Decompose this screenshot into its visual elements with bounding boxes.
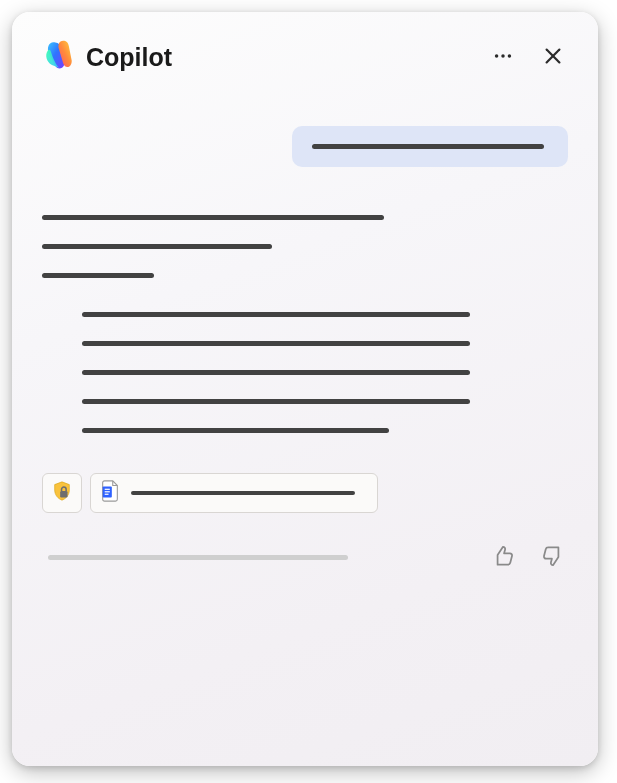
svg-point-2 — [508, 54, 511, 57]
reply-line — [82, 312, 470, 317]
svg-rect-8 — [105, 491, 110, 492]
svg-rect-7 — [105, 489, 110, 490]
user-message-text — [312, 144, 544, 149]
assistant-reply-intro — [42, 215, 568, 278]
chat-area — [42, 126, 568, 746]
reply-line — [42, 215, 384, 220]
response-footer — [42, 541, 568, 574]
like-button[interactable] — [488, 541, 518, 574]
thumbs-down-icon — [540, 543, 566, 572]
svg-point-1 — [501, 54, 504, 57]
reply-line — [82, 370, 470, 375]
reference-label — [131, 491, 355, 495]
brand: Copilot — [42, 38, 172, 76]
reference-chip-row — [42, 473, 568, 513]
document-icon — [99, 479, 121, 507]
footer-text — [48, 555, 348, 560]
svg-rect-9 — [105, 494, 109, 495]
close-icon — [542, 45, 564, 70]
reply-line — [82, 399, 470, 404]
thumbs-up-icon — [490, 543, 516, 572]
ellipsis-icon — [492, 45, 514, 70]
reply-line — [42, 244, 272, 249]
more-options-button[interactable] — [488, 41, 518, 74]
reference-chip[interactable] — [90, 473, 378, 513]
copilot-panel: Copilot — [12, 12, 598, 766]
svg-rect-5 — [60, 491, 67, 497]
feedback-actions — [488, 541, 568, 574]
close-button[interactable] — [538, 41, 568, 74]
assistant-reply-body — [82, 312, 568, 433]
shield-lock-icon — [51, 480, 73, 506]
reply-line — [42, 273, 154, 278]
reply-line — [82, 341, 470, 346]
dislike-button[interactable] — [538, 541, 568, 574]
svg-point-0 — [495, 54, 498, 57]
header-actions — [488, 41, 568, 74]
user-message-bubble — [292, 126, 568, 167]
header: Copilot — [42, 38, 568, 76]
sensitivity-chip[interactable] — [42, 473, 82, 513]
reply-line — [82, 428, 389, 433]
brand-title: Copilot — [86, 43, 172, 72]
copilot-logo-icon — [42, 38, 76, 76]
